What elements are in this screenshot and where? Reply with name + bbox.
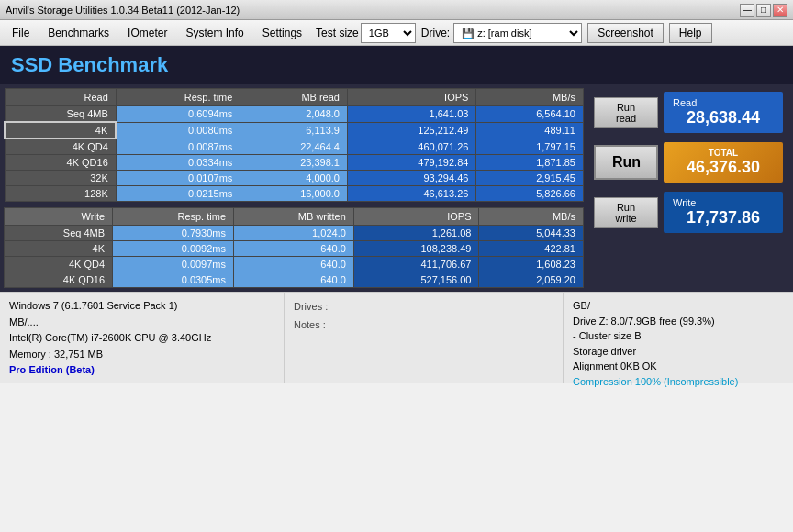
maximize-button[interactable]: □ xyxy=(756,4,771,17)
write-header-col1: Resp. time xyxy=(113,208,234,226)
cell: 1,871.85 xyxy=(476,155,584,171)
cell: 640.0 xyxy=(234,272,354,288)
minimize-button[interactable]: — xyxy=(740,4,754,17)
drive-select[interactable]: 💾 z: [ram disk] xyxy=(453,23,582,43)
table-row: 32K 0.0107ms 4,000.0 93,294.46 2,915.45 xyxy=(5,171,584,186)
title-bar: Anvil's Storage Utilities 1.0.34 Beta11 … xyxy=(0,0,793,20)
table-row: 128K 0.0215ms 16,000.0 46,613.26 5,826.6… xyxy=(5,186,584,202)
cell: Seq 4MB xyxy=(5,226,113,241)
cell: 108,238.49 xyxy=(353,241,479,257)
cell: 411,706.67 xyxy=(353,257,479,272)
status-unit: GB/ xyxy=(573,298,784,314)
write-score-value: 17,737.86 xyxy=(673,208,774,227)
read-score-value: 28,638.44 xyxy=(673,108,774,127)
cell: 0.7930ms xyxy=(113,226,234,241)
table-row: 4K QD16 0.0334ms 23,398.1 479,192.84 1,8… xyxy=(5,155,584,171)
cell: 4,000.0 xyxy=(240,171,348,186)
run-button[interactable]: Run xyxy=(594,145,658,180)
status-mb: MB/.... xyxy=(9,315,274,331)
read-header-col4: MB/s xyxy=(476,89,584,106)
run-write-button[interactable]: Run write xyxy=(594,197,658,228)
cell: 4K QD4 xyxy=(5,139,116,155)
cell: 2,915.45 xyxy=(476,171,584,186)
status-alignment: Alignment 0KB OK xyxy=(573,359,784,374)
write-score-row: Run write Write 17,737.86 xyxy=(594,192,783,233)
cell: 2,059.20 xyxy=(479,272,584,288)
right-panel: Run read Read 28,638.44 Run TOTAL 46,376… xyxy=(587,88,789,288)
cell: 6,564.10 xyxy=(476,106,584,123)
read-header-col3: IOPS xyxy=(347,89,475,106)
read-score-row: Run read Read 28,638.44 xyxy=(594,92,783,133)
cell: 1,608.23 xyxy=(479,257,584,272)
cell: 2,048.0 xyxy=(240,106,348,123)
total-score-value: 46,376.30 xyxy=(673,158,774,177)
cell: 1,261.08 xyxy=(353,226,479,241)
cell: 460,071.26 xyxy=(347,139,475,155)
drive-label: Drive: xyxy=(421,27,450,39)
write-table: Write Resp. time MB written IOPS MB/s Se… xyxy=(4,207,584,288)
total-score-box: TOTAL 46,376.30 xyxy=(664,142,783,183)
cell: 4K QD16 xyxy=(5,155,116,171)
write-header-col0: Write xyxy=(5,208,113,226)
read-header-col1: Resp. time xyxy=(116,89,240,106)
cell: 125,212.49 xyxy=(347,122,475,139)
menu-system-info[interactable]: System Info xyxy=(177,23,251,43)
read-header-col2: MB read xyxy=(240,89,348,106)
cell: 640.0 xyxy=(234,241,354,257)
cell: 0.0080ms xyxy=(116,122,240,139)
status-middle: Drives : Notes : xyxy=(285,293,564,383)
read-score-box: Read 28,638.44 xyxy=(664,92,783,133)
cell: 489.11 xyxy=(476,122,584,139)
table-row: 4K 0.0080ms 6,113.9 125,212.49 489.11 xyxy=(5,122,584,139)
cell: 0.6094ms xyxy=(116,106,240,123)
table-row: 4K QD4 0.0097ms 640.0 411,706.67 1,608.2… xyxy=(5,257,584,272)
cell: 4K xyxy=(5,122,116,139)
menu-bar: File Benchmarks IOmeter System Info Sett… xyxy=(0,20,793,46)
menu-benchmarks[interactable]: Benchmarks xyxy=(39,23,117,43)
test-size-label: Test size xyxy=(316,27,359,39)
read-table: Read Resp. time MB read IOPS MB/s Seq 4M… xyxy=(4,88,584,202)
cell: 0.0097ms xyxy=(113,257,234,272)
status-storage: Storage driver xyxy=(573,344,784,360)
test-size-select[interactable]: 1GB xyxy=(361,23,416,43)
status-bar: Windows 7 (6.1.7601 Service Pack 1) MB/.… xyxy=(0,292,793,383)
run-read-button[interactable]: Run read xyxy=(594,97,658,128)
write-score-label: Write xyxy=(673,197,774,208)
cell: 16,000.0 xyxy=(240,186,348,202)
run-total-row: Run TOTAL 46,376.30 xyxy=(594,142,783,183)
menu-settings[interactable]: Settings xyxy=(254,23,310,43)
status-right: GB/ Drive Z: 8.0/7.9GB free (99.3%) - Cl… xyxy=(564,293,793,383)
write-score-box: Write 17,737.86 xyxy=(664,192,783,233)
table-row: Seq 4MB 0.6094ms 2,048.0 1,641.03 6,564.… xyxy=(5,106,584,123)
cell: 32K xyxy=(5,171,116,186)
pro-edition-link[interactable]: Pro Edition (Beta) xyxy=(9,362,274,379)
cell: 128K xyxy=(5,186,116,202)
status-memory: Memory : 32,751 MB xyxy=(9,347,274,363)
cell: 0.0334ms xyxy=(116,155,240,171)
read-header-col0: Read xyxy=(5,89,116,106)
status-cluster: - Cluster size B xyxy=(573,328,784,344)
write-header-col4: MB/s xyxy=(479,208,584,226)
cell: 0.0215ms xyxy=(116,186,240,202)
cell: 22,464.4 xyxy=(240,139,348,155)
menu-iometer[interactable]: IOmeter xyxy=(119,23,175,43)
total-score-label: TOTAL xyxy=(673,148,774,158)
app-title: SSD Benchmark xyxy=(0,46,793,84)
status-left: Windows 7 (6.1.7601 Service Pack 1) MB/.… xyxy=(0,293,285,383)
cell: 5,044.33 xyxy=(479,226,584,241)
help-button[interactable]: Help xyxy=(669,23,712,43)
tables-container: Read Resp. time MB read IOPS MB/s Seq 4M… xyxy=(4,88,584,288)
menu-file[interactable]: File xyxy=(4,23,38,43)
table-row: 4K QD4 0.0087ms 22,464.4 460,071.26 1,79… xyxy=(5,139,584,155)
cell: 0.0107ms xyxy=(116,171,240,186)
status-drive-info: Drive Z: 8.0/7.9GB free (99.3%) xyxy=(573,314,784,329)
close-button[interactable]: ✕ xyxy=(773,4,787,17)
screenshot-button[interactable]: Screenshot xyxy=(587,23,664,43)
cell: 4K QD4 xyxy=(5,257,113,272)
cell: 5,826.66 xyxy=(476,186,584,202)
cell: 0.0087ms xyxy=(116,139,240,155)
write-header-col2: MB written xyxy=(234,208,354,226)
cell: 422.81 xyxy=(479,241,584,257)
drives-label: Drives : xyxy=(294,298,553,316)
main-area: Read Resp. time MB read IOPS MB/s Seq 4M… xyxy=(0,84,793,292)
